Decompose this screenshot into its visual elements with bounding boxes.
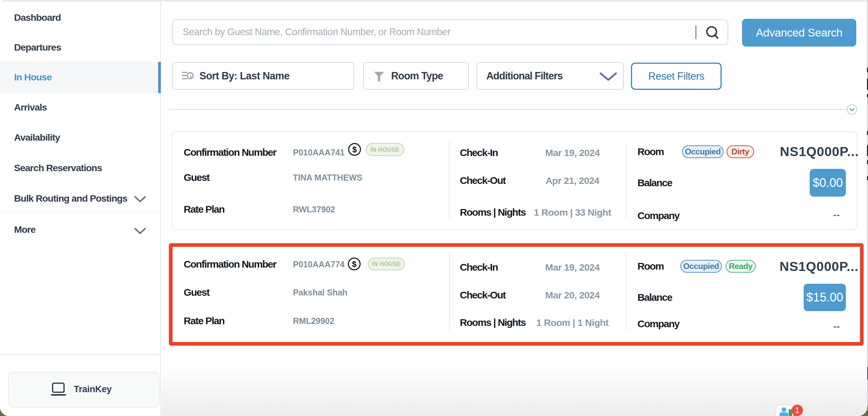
svg-text:$: $ — [352, 145, 357, 154]
svg-text:$: $ — [352, 260, 356, 268]
